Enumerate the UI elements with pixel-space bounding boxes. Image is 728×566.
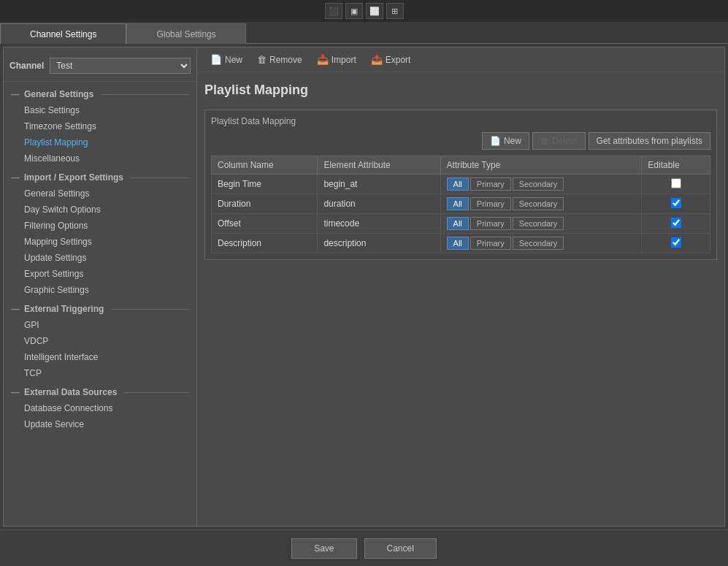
- get-attributes-label: Get attributes from playlists: [597, 136, 702, 146]
- col-header-element-attribute: Element Attribute: [318, 156, 440, 175]
- cell-element-attribute: duration: [318, 194, 440, 214]
- mapping-new-label: New: [504, 136, 521, 146]
- col-header-attribute-type: Attribute Type: [440, 156, 642, 175]
- remove-button[interactable]: 🗑 Remove: [251, 52, 308, 67]
- tab-global-settings[interactable]: Global Settings: [126, 23, 245, 44]
- main-area: Channel Settings Global Settings Channel…: [0, 22, 728, 529]
- remove-label: Remove: [269, 55, 302, 65]
- table-row: Offset timecode All Primary Secondary: [212, 214, 710, 234]
- cell-editable: [642, 175, 710, 194]
- attr-btn-primary[interactable]: Primary: [470, 177, 511, 191]
- table-row: Description description All Primary Seco…: [212, 234, 710, 253]
- editable-checkbox[interactable]: [671, 218, 681, 228]
- cell-element-attribute: timecode: [318, 214, 440, 234]
- attr-btn-all[interactable]: All: [447, 237, 469, 250]
- display-icon[interactable]: ▣: [345, 3, 363, 19]
- remove-icon: 🗑: [257, 54, 267, 65]
- channel-row: Channel Test: [4, 53, 196, 82]
- sidebar-item-timezone[interactable]: Timezone Settings: [4, 118, 196, 134]
- sidebar-item-generalsettings[interactable]: General Settings: [4, 186, 196, 202]
- new-label: New: [225, 55, 242, 65]
- sidebar-item-tcp[interactable]: TCP: [4, 365, 196, 381]
- table-row: Begin Time begin_at All Primary Secondar…: [212, 175, 710, 194]
- cancel-button[interactable]: Cancel: [364, 538, 437, 559]
- attr-btn-primary[interactable]: Primary: [470, 237, 511, 250]
- layout-icon[interactable]: ⊞: [386, 3, 404, 19]
- col-header-editable: Editable: [642, 156, 710, 175]
- sidebar-item-update[interactable]: Update Settings: [4, 250, 196, 266]
- section-externaldatasources: External Data Sources Database Connectio…: [4, 383, 196, 432]
- panel-title: Playlist Mapping: [204, 80, 717, 101]
- sidebar: Channel Test General Settings Basic Sett…: [4, 47, 197, 526]
- attr-btn-primary[interactable]: Primary: [470, 217, 511, 230]
- channel-select[interactable]: Test: [50, 58, 191, 74]
- section-header-general: General Settings: [4, 85, 196, 102]
- mapping-delete-label: Delete: [552, 136, 578, 146]
- attr-btn-primary[interactable]: Primary: [470, 197, 511, 210]
- import-button[interactable]: 📥 Import: [311, 52, 362, 67]
- section-externaltriggering: External Triggering GPI VDCP Intelligent…: [4, 299, 196, 381]
- sidebar-item-dayswitch[interactable]: Day Switch Options: [4, 202, 196, 218]
- cell-column-name: Duration: [212, 194, 318, 214]
- sidebar-item-dbconnections[interactable]: Database Connections: [4, 400, 196, 416]
- main-panel: 📄 New 🗑 Remove 📥 Import 📤 Export: [197, 47, 724, 526]
- sidebar-item-export[interactable]: Export Settings: [4, 266, 196, 282]
- section-general: General Settings Basic Settings Timezone…: [4, 85, 196, 167]
- cell-element-attribute: description: [318, 234, 440, 253]
- table-row: Duration duration All Primary Secondary: [212, 194, 710, 214]
- sidebar-item-basic[interactable]: Basic Settings: [4, 102, 196, 118]
- mapping-table: Column Name Element Attribute Attribute …: [211, 156, 710, 253]
- section-header-importexport: Import / Export Settings: [4, 168, 196, 186]
- export-button[interactable]: 📤 Export: [365, 52, 417, 67]
- attr-btn-all[interactable]: All: [447, 197, 469, 210]
- new-button[interactable]: 📄 New: [204, 52, 248, 67]
- tab-channel-settings[interactable]: Channel Settings: [0, 23, 126, 44]
- cell-attribute-type: All Primary Secondary: [440, 194, 642, 214]
- get-attributes-button[interactable]: Get attributes from playlists: [589, 132, 710, 150]
- sidebar-item-updateservice[interactable]: Update Service: [4, 416, 196, 432]
- section-box-title: Playlist Data Mapping: [211, 116, 710, 126]
- section-importexport: Import / Export Settings General Setting…: [4, 168, 196, 298]
- cell-element-attribute: begin_at: [318, 175, 440, 194]
- channel-label: Channel: [9, 61, 44, 71]
- sidebar-item-misc[interactable]: Miscellaneous: [4, 150, 196, 167]
- sidebar-item-filtering[interactable]: Filtering Options: [4, 218, 196, 234]
- attr-btn-all[interactable]: All: [447, 217, 469, 230]
- attr-btn-secondary[interactable]: Secondary: [513, 217, 564, 230]
- sidebar-item-graphic[interactable]: Graphic Settings: [4, 282, 196, 298]
- editable-checkbox[interactable]: [671, 237, 681, 248]
- attr-btn-secondary[interactable]: Secondary: [513, 237, 564, 250]
- editable-checkbox[interactable]: [671, 178, 681, 188]
- section-header-externaltriggering: External Triggering: [4, 299, 196, 317]
- window-icon[interactable]: ⬜: [366, 3, 383, 19]
- sidebar-item-playlist[interactable]: Playlist Mapping: [4, 134, 196, 150]
- import-label: Import: [332, 55, 356, 65]
- cell-editable: [642, 234, 710, 253]
- mapping-toolbar: 📄 New 🗑 Delete Get attributes from playl…: [211, 132, 710, 150]
- editable-checkbox[interactable]: [671, 198, 681, 208]
- cell-editable: [642, 214, 710, 234]
- sidebar-item-mapping[interactable]: Mapping Settings: [4, 234, 196, 250]
- monitor-icon[interactable]: ⬛: [325, 3, 342, 19]
- mapping-delete-icon: 🗑: [540, 136, 549, 146]
- tab-bar: Channel Settings Global Settings: [0, 22, 728, 44]
- playlist-data-mapping-section: Playlist Data Mapping 📄 New 🗑 Delete Get: [204, 110, 717, 260]
- export-label: Export: [386, 55, 411, 65]
- mapping-new-button[interactable]: 📄 New: [482, 132, 529, 150]
- attr-btn-all[interactable]: All: [447, 177, 469, 191]
- mapping-delete-button[interactable]: 🗑 Delete: [532, 132, 586, 150]
- sidebar-item-vdcp[interactable]: VDCP: [4, 333, 196, 349]
- sidebar-item-gpi[interactable]: GPI: [4, 317, 196, 333]
- section-header-externaldatasources: External Data Sources: [4, 383, 196, 400]
- attr-btn-secondary[interactable]: Secondary: [513, 177, 564, 191]
- panel-toolbar: 📄 New 🗑 Remove 📥 Import 📤 Export: [197, 47, 724, 72]
- attr-btn-secondary[interactable]: Secondary: [513, 197, 564, 210]
- cell-column-name: Description: [212, 234, 318, 253]
- top-toolbar: ⬛ ▣ ⬜ ⊞: [0, 0, 728, 22]
- mapping-new-icon: 📄: [490, 136, 501, 146]
- cell-attribute-type: All Primary Secondary: [440, 175, 642, 194]
- col-header-column-name: Column Name: [212, 156, 318, 175]
- save-button[interactable]: Save: [291, 538, 356, 559]
- new-icon: 📄: [210, 54, 222, 65]
- sidebar-item-intelligent[interactable]: Intelligent Interface: [4, 349, 196, 365]
